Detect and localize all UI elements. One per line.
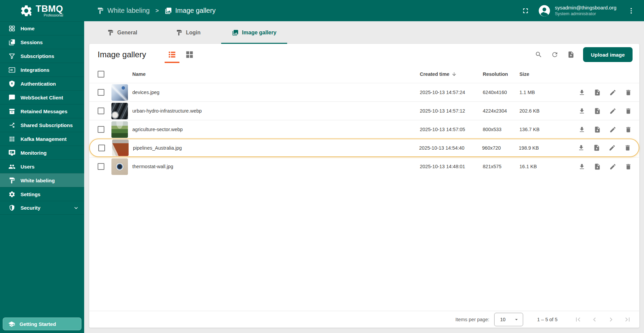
more-menu-button[interactable]	[624, 4, 638, 18]
sidebar-item-monitoring[interactable]: Monitoring	[0, 146, 84, 159]
export-button[interactable]	[592, 124, 603, 135]
breadcrumb-white-labeling[interactable]: White labeling	[97, 7, 150, 14]
sidebar-item-label: Security	[21, 205, 40, 211]
edit-button[interactable]	[607, 87, 618, 98]
upload-image-button[interactable]: Upload image	[583, 47, 633, 62]
download-button[interactable]	[576, 87, 587, 98]
image-thumbnail[interactable]	[111, 103, 128, 119]
tab-general[interactable]: General	[89, 21, 155, 44]
sidebar-item-sessions[interactable]: Sessions	[0, 35, 84, 49]
refresh-icon	[551, 51, 558, 58]
sidebar-item-white-labeling[interactable]: White labeling	[0, 173, 84, 187]
sidebar-item-label: White labeling	[21, 178, 55, 183]
search-button[interactable]	[532, 48, 545, 61]
download-button[interactable]	[576, 161, 587, 172]
tbmq-logo-icon	[20, 4, 33, 18]
edit-button[interactable]	[607, 105, 618, 117]
grid-view-toggle[interactable]	[182, 45, 197, 64]
image-size: 136.7 KB	[519, 127, 556, 132]
sidebar-item-shared-subscriptions[interactable]: Shared Subscriptions	[0, 118, 84, 132]
trash-icon	[625, 108, 632, 115]
delete-button[interactable]	[623, 161, 634, 172]
row-checkbox[interactable]	[98, 163, 104, 170]
refresh-button[interactable]	[548, 48, 562, 61]
sidebar-item-users[interactable]: Users	[0, 159, 84, 173]
table-row[interactable]: devices.jpeg 2025-10-13 14:57:24 6240x41…	[89, 83, 639, 101]
table-header: Name Created time Resolution Size	[89, 65, 639, 83]
list-view-toggle[interactable]	[164, 45, 180, 64]
sidebar-item-label: Shared Subscriptions	[21, 122, 73, 128]
image-thumbnail[interactable]	[111, 84, 128, 101]
avatar[interactable]	[538, 4, 551, 18]
previous-page-button[interactable]	[590, 313, 599, 326]
sidebar-item-authentication[interactable]: Authentication	[0, 77, 84, 90]
image-thumbnail[interactable]	[112, 140, 129, 156]
next-page-button[interactable]	[607, 313, 615, 326]
download-button[interactable]	[576, 105, 587, 117]
sidebar-item-label: Monitoring	[21, 150, 46, 156]
table-row-highlighted[interactable]: pipelines_Australia.jpg 2025-10-13 14:54…	[89, 139, 639, 157]
sidebar-item-label: Users	[21, 164, 35, 170]
app-logo[interactable]: TBMQ Professional	[0, 0, 84, 21]
page-range-label: 1 – 5 of 5	[537, 317, 557, 322]
download-icon	[578, 163, 585, 170]
row-checkbox[interactable]	[98, 145, 105, 151]
edit-button[interactable]	[607, 142, 618, 153]
column-header-created-time[interactable]: Created time	[420, 71, 483, 77]
column-header-resolution[interactable]: Resolution	[483, 71, 519, 77]
shield-icon	[8, 204, 15, 211]
image-name: thermostat-wall.jpg	[132, 164, 420, 169]
row-checkbox[interactable]	[98, 126, 104, 133]
row-checkbox[interactable]	[98, 108, 104, 114]
delete-button[interactable]	[622, 142, 633, 153]
tab-login[interactable]: Login	[155, 21, 221, 44]
sidebar-item-websocket-client[interactable]: WebSocket Client	[0, 90, 84, 104]
sidebar-item-home[interactable]: Home	[0, 21, 84, 35]
sidebar-item-settings[interactable]: Settings	[0, 187, 84, 201]
tab-image-gallery[interactable]: Image gallery	[221, 21, 287, 44]
fullscreen-button[interactable]	[519, 4, 532, 18]
select-all-checkbox[interactable]	[98, 71, 104, 78]
sidebar: TBMQ Professional Home Sessions Subscrip…	[0, 0, 84, 333]
sidebar-item-subscriptions[interactable]: Subscriptions	[0, 49, 84, 63]
table-row[interactable]: urban-hydro-infrastructure.webp 2025-10-…	[89, 101, 639, 120]
edit-button[interactable]	[607, 161, 618, 172]
image-created-time: 2025-10-13 14:57:05	[420, 127, 483, 132]
image-gallery-icon	[232, 29, 239, 36]
sidebar-item-retained-messages[interactable]: Retained Messages	[0, 104, 84, 118]
tab-label: Image gallery	[242, 30, 276, 36]
sidebar-item-kafka-management[interactable]: Kafka Management	[0, 132, 84, 146]
download-button[interactable]	[576, 142, 587, 153]
last-page-button[interactable]	[623, 313, 632, 326]
getting-started-button[interactable]: Getting Started	[3, 317, 81, 330]
delete-button[interactable]	[623, 124, 634, 135]
search-icon	[535, 51, 542, 58]
export-button[interactable]	[592, 105, 603, 117]
sidebar-item-integrations[interactable]: Integrations	[0, 63, 84, 77]
user-info[interactable]: sysadmin@thingsboard.org System administ…	[555, 5, 616, 17]
items-per-page-select[interactable]: 10	[494, 313, 523, 326]
export-button[interactable]	[591, 142, 602, 153]
import-image-button[interactable]	[564, 48, 578, 61]
image-thumbnail[interactable]	[111, 158, 128, 175]
sidebar-item-security[interactable]: Security	[0, 201, 84, 215]
table-row[interactable]: thermostat-wall.jpg 2025-10-13 14:48:01 …	[89, 157, 639, 176]
image-created-time: 2025-10-13 14:48:01	[420, 164, 483, 169]
input-icon	[8, 66, 15, 73]
delete-button[interactable]	[623, 87, 634, 98]
edit-button[interactable]	[607, 124, 618, 135]
export-button[interactable]	[592, 161, 603, 172]
breadcrumb-image-gallery[interactable]: Image gallery	[165, 7, 216, 14]
image-thumbnail[interactable]	[111, 121, 128, 138]
column-header-name[interactable]: Name	[132, 71, 420, 77]
export-button[interactable]	[592, 87, 603, 98]
paint-roller-icon	[8, 177, 15, 184]
row-checkbox[interactable]	[98, 89, 104, 96]
column-header-size[interactable]: Size	[519, 71, 556, 77]
kebab-icon	[628, 7, 635, 14]
dashboard-icon	[8, 25, 15, 32]
first-page-button[interactable]	[574, 313, 582, 326]
download-button[interactable]	[576, 124, 587, 135]
delete-button[interactable]	[623, 105, 634, 117]
table-row[interactable]: agriculture-sector.webp 2025-10-13 14:57…	[89, 120, 639, 139]
